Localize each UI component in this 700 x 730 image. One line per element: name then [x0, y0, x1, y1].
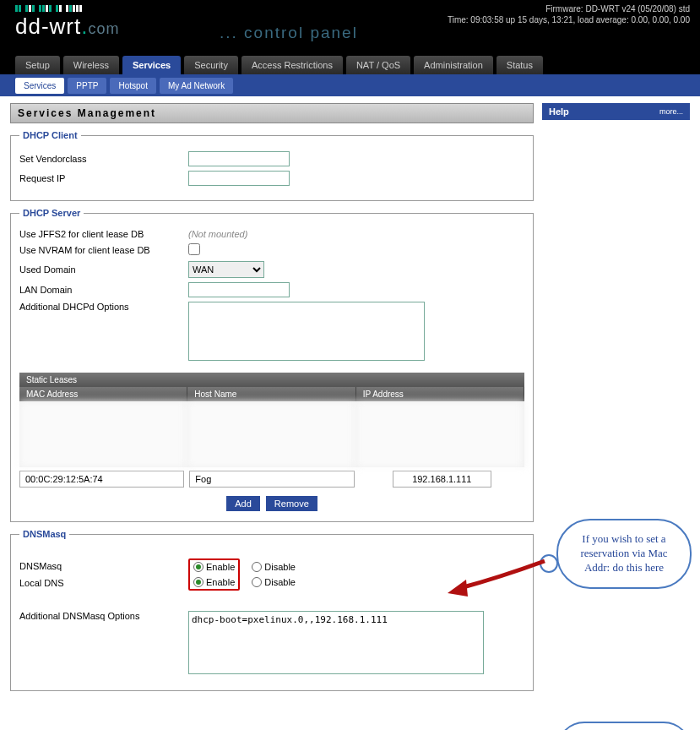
lease-ip-input[interactable]	[393, 471, 491, 488]
tab-nat-qos[interactable]: NAT / QoS	[346, 56, 410, 74]
tab-wireless[interactable]: Wireless	[63, 56, 119, 74]
svg-marker-0	[448, 580, 468, 597]
jffs2-status: (Not mounted)	[188, 229, 247, 239]
sub-tabs: Services PPTP Hotspot My Ad Network	[0, 74, 700, 96]
callout-fog-ip: Enter the Fog IP address	[556, 722, 692, 730]
dnsmasq-options-label: Additional DNSMasq Options	[19, 611, 188, 621]
col-ip: IP Address	[356, 387, 524, 401]
used-domain-select[interactable]: WAN	[188, 261, 264, 278]
dhcp-server-legend: DHCP Server	[19, 208, 84, 218]
static-leases: Static Leases MAC Address Host Name IP A…	[19, 373, 524, 511]
used-domain-label: Used Domain	[19, 264, 188, 275]
time-text: Time: 09:03:58 up 15 days, 13:21, load a…	[448, 14, 690, 25]
arrow-icon	[439, 553, 549, 603]
col-mac: MAC Address	[19, 387, 187, 401]
requestip-label: Request IP	[19, 173, 188, 183]
header: Firmware: DD-WRT v24 (05/20/08) std Time…	[0, 0, 700, 52]
jffs2-label: Use JFFS2 for client lease DB	[19, 229, 188, 239]
tab-access-restrictions[interactable]: Access Restrictions	[241, 56, 343, 74]
nvram-checkbox[interactable]	[188, 243, 200, 255]
dhcpd-options-label: Additional DHCPd Options	[19, 302, 188, 312]
vendorclass-label: Set Vendorclass	[19, 154, 188, 164]
main-tabs: Setup Wireless Services Security Access …	[0, 52, 700, 74]
subtab-pptp[interactable]: PPTP	[68, 78, 106, 94]
callout-reservation: If you wish to set a reservation via Mac…	[556, 519, 692, 589]
dhcpd-options-textarea[interactable]	[188, 302, 425, 361]
tab-setup[interactable]: Setup	[15, 56, 60, 74]
tab-security[interactable]: Security	[184, 56, 238, 74]
tab-services[interactable]: Services	[122, 56, 181, 74]
add-button[interactable]: Add	[226, 496, 260, 511]
control-panel-text: ... control panel	[220, 24, 358, 42]
static-leases-title: Static Leases	[19, 373, 524, 387]
tab-administration[interactable]: Administration	[414, 56, 493, 74]
localdns-disable-radio[interactable]: Disable	[252, 577, 296, 587]
dnsmasq-legend: DNSMasq	[19, 529, 69, 539]
subtab-hotspot[interactable]: Hotspot	[110, 78, 155, 94]
lan-domain-input[interactable]	[188, 282, 290, 297]
logo-text: dd-wrt.com	[15, 14, 120, 40]
help-panel: Help more...	[542, 103, 690, 120]
dhcp-client-legend: DHCP Client	[19, 130, 81, 140]
help-title: Help	[549, 106, 569, 117]
nvram-label: Use NVRAM for client lease DB	[19, 245, 188, 255]
firmware-text: Firmware: DD-WRT v24 (05/20/08) std	[448, 3, 690, 14]
subtab-services[interactable]: Services	[15, 78, 64, 94]
static-leases-blurred	[19, 401, 524, 467]
logo: dd-wrt.com	[15, 5, 120, 40]
lan-domain-label: LAN Domain	[19, 285, 188, 295]
page-title: Services Management	[10, 103, 534, 123]
lease-host-input[interactable]	[189, 471, 354, 488]
help-more-link[interactable]: more...	[659, 107, 683, 116]
col-host: Host Name	[187, 387, 355, 401]
remove-button[interactable]: Remove	[266, 496, 317, 511]
vendorclass-input[interactable]	[188, 151, 290, 166]
logo-dots	[15, 5, 120, 12]
dnsmasq-enable-radio[interactable]: Enable	[193, 562, 235, 572]
lease-mac-input[interactable]	[19, 471, 184, 488]
requestip-input[interactable]	[188, 171, 290, 186]
header-status: Firmware: DD-WRT v24 (05/20/08) std Time…	[448, 3, 690, 25]
dnsmasq-disable-radio[interactable]: Disable	[252, 562, 296, 572]
dhcp-server-fieldset: DHCP Server Use JFFS2 for client lease D…	[10, 208, 534, 522]
localdns-label-real: Local DNS	[19, 578, 188, 588]
localdns-enable-radio[interactable]: Enable	[193, 577, 235, 587]
subtab-myadnetwork[interactable]: My Ad Network	[160, 78, 233, 94]
dhcp-client-fieldset: DHCP Client Set Vendorclass Request IP	[10, 130, 534, 201]
dnsmasq-options-textarea[interactable]: dhcp-boot=pxelinux.0,,192.168.1.111	[188, 611, 484, 674]
enable-highlight-box: Enable Enable	[188, 558, 240, 591]
tab-status[interactable]: Status	[497, 56, 543, 74]
content: Services Management DHCP Client Set Vend…	[0, 96, 700, 730]
dnsmasq-label: DNSMasq	[19, 561, 188, 571]
